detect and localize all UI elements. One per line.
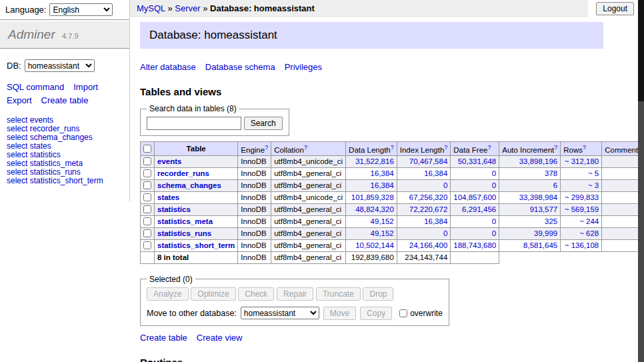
language-select[interactable]: English	[49, 3, 113, 16]
breadcrumb-link-mysql[interactable]: MySQL	[137, 3, 165, 13]
sidebar-table-link-recorder-runs[interactable]: recorder_runs	[30, 124, 80, 133]
table-name-link-recorder-runs[interactable]: recorder_runs	[157, 169, 209, 177]
data-free-link[interactable]: 104,857,600	[453, 193, 496, 201]
row-checkbox-statistics-runs[interactable]	[143, 229, 151, 237]
row-checkbox-states[interactable]	[143, 193, 151, 201]
row-checkbox-recorder-runs[interactable]	[143, 169, 151, 177]
column-help-link[interactable]: ?	[391, 144, 394, 151]
table-name-link-schema-changes[interactable]: schema_changes	[157, 181, 221, 189]
truncate-button[interactable]: Truncate	[316, 287, 361, 301]
search-button[interactable]: Search	[244, 117, 283, 130]
data-length-link[interactable]: 16,384	[371, 181, 394, 189]
sidebar-table-link-events[interactable]: events	[30, 115, 53, 125]
index-length-link[interactable]: 67,256,320	[409, 193, 448, 201]
sidebar-table-link-states[interactable]: states	[30, 141, 51, 151]
data-free-link[interactable]: 0	[492, 169, 496, 177]
auto-increment-link[interactable]: 33,398,984	[519, 193, 558, 201]
scrollbar-thumb[interactable]	[638, 0, 644, 101]
overwrite-checkbox[interactable]	[399, 309, 407, 317]
column-help-link[interactable]: ?	[304, 144, 307, 151]
column-help-link[interactable]: ?	[583, 144, 586, 151]
index-length-link[interactable]: 72,220,672	[409, 205, 448, 213]
sidebar-select-link-statistics[interactable]: select	[7, 150, 27, 159]
table-name-link-statistics-short-term[interactable]: statistics_short_term	[157, 241, 235, 249]
row-checkbox-events[interactable]	[143, 157, 151, 165]
breadcrumb-link-server[interactable]: Server	[175, 3, 200, 13]
index-length-link[interactable]: 24,166,400	[409, 241, 448, 249]
auto-increment-link[interactable]: 8,581,645	[523, 241, 557, 249]
rows-link[interactable]: ~ 136,108	[565, 241, 599, 249]
table-name-link-statistics[interactable]: statistics	[157, 205, 191, 213]
db-link-database-schema[interactable]: Database schema	[205, 61, 275, 74]
sidebar-table-link-statistics[interactable]: statistics	[30, 150, 61, 159]
optimize-button[interactable]: Optimize	[191, 287, 235, 301]
auto-increment-link[interactable]: 33,898,196	[519, 157, 558, 165]
rows-link[interactable]: ~ 5	[588, 169, 599, 177]
data-length-link[interactable]: 101,859,328	[351, 193, 394, 201]
column-help-link[interactable]: ?	[444, 144, 447, 151]
copy-button[interactable]: Copy	[360, 307, 392, 320]
rows-link[interactable]: ~ 312,180	[565, 157, 599, 165]
move-db-select[interactable]: homeassistant	[241, 307, 319, 319]
data-free-link[interactable]: 188,743,680	[453, 241, 496, 249]
sidebar-select-link-recorder-runs[interactable]: select	[7, 124, 27, 133]
index-length-link[interactable]: 16,384	[424, 217, 447, 225]
table-name-link-events[interactable]: events	[157, 157, 181, 165]
repair-button[interactable]: Repair	[277, 287, 313, 301]
sidebar-select-link-statistics-meta[interactable]: select	[7, 159, 27, 168]
link-create-table[interactable]: Create table	[140, 331, 187, 345]
index-length-link[interactable]: 0	[443, 181, 447, 189]
check-button[interactable]: Check	[238, 287, 274, 301]
select-all-checkbox[interactable]	[143, 145, 151, 153]
index-length-link[interactable]: 0	[443, 229, 447, 237]
auto-increment-link[interactable]: 325	[545, 217, 557, 225]
data-free-link[interactable]: 0	[492, 217, 496, 225]
sidebar-link-export[interactable]: Export	[7, 94, 32, 107]
row-checkbox-statistics-short-term[interactable]	[143, 241, 151, 249]
auto-increment-link[interactable]: 913,577	[530, 205, 558, 213]
auto-increment-link[interactable]: 378	[545, 169, 557, 177]
sidebar-select-link-statistics-short-term[interactable]: select	[7, 176, 27, 185]
db-select[interactable]: homeassistant	[25, 59, 95, 72]
rows-link[interactable]: ~ 244	[579, 217, 599, 225]
link-create-view[interactable]: Create view	[197, 331, 243, 345]
analyze-button[interactable]: Analyze	[147, 287, 189, 301]
sidebar-link-import[interactable]: Import	[73, 81, 98, 94]
auto-increment-link[interactable]: 39,999	[534, 229, 557, 237]
data-free-link[interactable]: 6,291,456	[462, 205, 496, 213]
auto-increment-link[interactable]: 6	[553, 181, 557, 189]
sidebar-link-create-table[interactable]: Create table	[41, 94, 89, 107]
drop-button[interactable]: Drop	[363, 287, 393, 301]
data-length-link[interactable]: 48,824,320	[355, 205, 394, 213]
sidebar-table-link-schema-changes[interactable]: schema_changes	[30, 133, 93, 142]
row-checkbox-statistics-meta[interactable]	[143, 217, 151, 225]
sidebar-link-sql-command[interactable]: SQL command	[7, 81, 64, 94]
table-name-link-statistics-runs[interactable]: statistics_runs	[157, 229, 211, 237]
sidebar-table-link-statistics-runs[interactable]: statistics_runs	[30, 167, 81, 177]
data-free-link[interactable]: 0	[492, 229, 496, 237]
index-length-link[interactable]: 70,467,584	[409, 157, 448, 165]
db-link-alter-database[interactable]: Alter database	[140, 61, 196, 74]
rows-link[interactable]: ~ 569,159	[565, 205, 599, 213]
column-help-link[interactable]: ?	[487, 144, 491, 151]
sidebar-select-link-statistics-runs[interactable]: select	[7, 167, 27, 177]
sidebar-table-link-statistics-meta[interactable]: statistics_meta	[30, 159, 83, 168]
table-name-link-statistics-meta[interactable]: statistics_meta	[157, 217, 213, 225]
data-length-link[interactable]: 49,152	[371, 217, 394, 225]
row-checkbox-statistics[interactable]	[143, 205, 151, 213]
row-checkbox-schema-changes[interactable]	[143, 181, 151, 189]
sidebar-select-link-states[interactable]: select	[7, 141, 27, 151]
adminer-logo-link[interactable]: Adminer	[8, 27, 55, 41]
column-help-link[interactable]: ?	[265, 144, 268, 151]
db-link-privileges[interactable]: Privileges	[285, 61, 322, 74]
table-name-link-states[interactable]: states	[157, 193, 179, 201]
search-input[interactable]	[147, 117, 241, 130]
rows-link[interactable]: ~ 299,833	[565, 193, 599, 201]
data-length-link[interactable]: 10,502,144	[355, 241, 394, 249]
data-free-link[interactable]: 0	[492, 181, 496, 189]
column-help-link[interactable]: ?	[554, 144, 557, 151]
rows-link[interactable]: ~ 3	[588, 181, 599, 189]
data-length-link[interactable]: 49,152	[371, 229, 394, 237]
browser-scrollbar[interactable]	[638, 0, 644, 362]
move-button[interactable]: Move	[323, 307, 356, 320]
